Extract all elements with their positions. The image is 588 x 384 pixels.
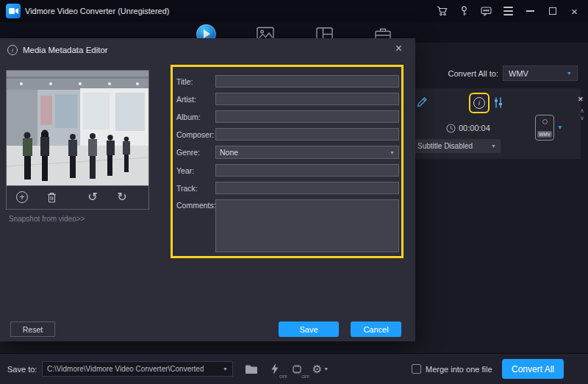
subtitle-value: Subtitle Disabled — [417, 142, 473, 150]
dialog-close-icon[interactable]: × — [395, 43, 402, 54]
genre-label: Genre: — [176, 148, 215, 157]
merge-label: Merge into one file — [426, 365, 492, 374]
cancel-button[interactable]: Cancel — [351, 321, 401, 337]
hardware-accel-button[interactable]: OFF — [265, 359, 284, 379]
field-row-composer: Composer: — [176, 128, 399, 141]
artist-label: Artist: — [176, 95, 215, 104]
media-metadata-dialog: i Media Metadata Editor × — [0, 38, 415, 341]
save-button[interactable]: Save — [279, 321, 339, 337]
app-logo-icon — [6, 4, 21, 18]
output-format-dropdown[interactable]: WMV ▼ — [503, 65, 578, 81]
chevron-down-icon: ▼ — [223, 366, 228, 371]
snapshot-panel: + ↺ ↻ — [6, 70, 149, 210]
app-window: Vidmore Video Converter (Unregistered) × — [0, 0, 588, 384]
output-path-value: C:\Vidmore\Vidmore Video Converter\Conve… — [47, 365, 204, 373]
info-glyph: i — [478, 99, 480, 107]
year-label: Year: — [176, 166, 215, 175]
menu-icon[interactable] — [502, 5, 514, 18]
titlebar: Vidmore Video Converter (Unregistered) × — [0, 0, 588, 22]
genre-value: None — [220, 148, 238, 157]
dialog-title: Media Metadata Editor — [23, 46, 108, 54]
convert-all-to-label: Convert All to: — [438, 69, 498, 78]
genre-dropdown[interactable]: None ▼ — [215, 146, 399, 159]
trash-icon — [47, 192, 57, 203]
field-row-track: Track: — [176, 182, 399, 194]
save-to-label: Save to: — [7, 365, 37, 374]
snapshot-hint: Snapshot from video>> — [9, 215, 85, 223]
clip-duration: 00:00:04 — [459, 124, 490, 132]
remove-file-icon[interactable]: × — [578, 94, 584, 104]
chevron-down-icon: ▼ — [390, 150, 395, 155]
edit-icon[interactable] — [416, 96, 429, 108]
field-row-year: Year: — [176, 164, 399, 177]
output-format-value: WMV — [509, 69, 528, 78]
move-down-icon[interactable]: ∨ — [580, 115, 584, 121]
gear-icon: ⚙ — [312, 363, 322, 374]
feedback-icon[interactable] — [480, 5, 492, 18]
album-input[interactable] — [215, 110, 399, 123]
chevron-down-icon: ▼ — [567, 71, 572, 76]
cart-icon[interactable] — [436, 5, 448, 18]
field-row-artist: Artist: — [176, 93, 399, 105]
merge-checkbox[interactable] — [412, 364, 421, 374]
clock-icon — [446, 124, 456, 133]
folder-icon — [245, 364, 258, 374]
maximize-button[interactable] — [546, 5, 559, 18]
delete-snapshot-button[interactable] — [45, 191, 58, 204]
format-badge: WMV — [537, 131, 552, 138]
close-icon: × — [571, 6, 578, 17]
output-format-icon[interactable]: WMV — [535, 115, 554, 141]
info-icon[interactable]: i — [473, 97, 485, 109]
open-folder-button[interactable] — [241, 359, 261, 379]
plus-circle-icon: + — [16, 191, 28, 203]
year-input[interactable] — [215, 164, 399, 177]
track-label: Track: — [176, 184, 215, 193]
format-reel-icon — [542, 119, 548, 124]
subtitle-dropdown[interactable]: Subtitle Disabled ▼ — [413, 139, 501, 153]
snapshot-toolbar: + ↺ ↻ — [7, 186, 148, 208]
close-button[interactable]: × — [568, 5, 581, 18]
minimize-button[interactable] — [524, 5, 537, 18]
output-path-dropdown[interactable]: C:\Vidmore\Vidmore Video Converter\Conve… — [42, 361, 233, 377]
move-up-icon[interactable]: ∧ — [580, 108, 584, 114]
gpu-chip-icon — [291, 364, 303, 374]
undo-button[interactable]: ↺ — [86, 191, 99, 204]
track-input[interactable] — [215, 182, 399, 194]
effect-sliders-icon[interactable] — [492, 96, 504, 109]
redo-button[interactable]: ↻ — [115, 191, 129, 204]
artist-input[interactable] — [215, 93, 399, 105]
plus-glyph: + — [19, 193, 24, 202]
video-thumbnail — [7, 71, 148, 186]
info-glyph: i — [12, 47, 13, 54]
convert-all-button[interactable]: Convert All — [502, 359, 564, 379]
field-row-genre: Genre: None ▼ — [176, 146, 399, 159]
chevron-down-icon: ▼ — [491, 143, 496, 149]
comments-label: Comments: — [176, 199, 215, 210]
field-row-title: Title: — [176, 75, 399, 88]
field-row-comments: Comments: — [176, 199, 399, 252]
register-key-icon[interactable] — [458, 5, 470, 18]
gpu-accel-button[interactable]: OFF — [287, 359, 306, 379]
composer-input[interactable] — [215, 128, 399, 141]
field-row-album: Album: — [176, 110, 399, 123]
thumbnail-scene — [7, 71, 148, 186]
dialog-info-icon: i — [7, 45, 18, 55]
chevron-down-icon: ▼ — [323, 366, 329, 371]
redo-icon: ↻ — [117, 191, 126, 203]
settings-button[interactable]: ⚙ ▼ — [309, 359, 332, 379]
undo-icon: ↺ — [87, 191, 97, 203]
composer-label: Composer: — [176, 130, 215, 139]
format-chevron-icon[interactable]: ▼ — [557, 124, 563, 131]
album-label: Album: — [176, 113, 215, 121]
flash-icon — [271, 363, 279, 374]
bottom-bar: Save to: C:\Vidmore\Vidmore Video Conver… — [0, 353, 588, 384]
comments-textarea[interactable] — [215, 199, 399, 252]
title-input[interactable] — [215, 75, 399, 88]
reset-button[interactable]: Reset — [10, 321, 55, 337]
add-snapshot-button[interactable]: + — [15, 191, 29, 204]
app-title: Vidmore Video Converter (Unregistered) — [25, 7, 169, 15]
title-label: Title: — [176, 77, 215, 86]
